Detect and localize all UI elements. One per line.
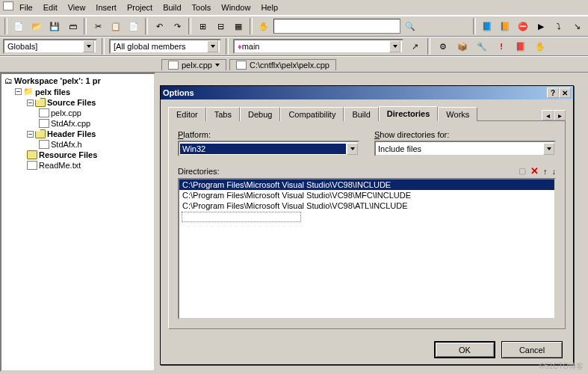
open-icon[interactable]: 📂 [28,18,45,34]
file-tab-1[interactable]: pelx.cpp [161,59,226,70]
tool1-icon[interactable]: ⚙ [435,38,451,55]
header-file[interactable]: StdAfx.h [3,139,152,150]
showdir-dropdown[interactable]: Include files [374,141,556,156]
tab-workspace[interactable]: Works [438,107,477,121]
options-tabs: Editor Tabs Debug Compatibility Build Di… [168,105,566,121]
cancel-button[interactable]: Cancel [501,341,563,358]
tab-build[interactable]: Build [344,107,378,121]
header-folder[interactable]: − Header Files [3,129,152,139]
find-input[interactable] [273,19,400,34]
hand-icon[interactable]: ✋ [532,38,548,55]
source-folder[interactable]: − Source Files [3,97,152,108]
chevron-down-icon[interactable] [347,143,358,155]
menu-window[interactable]: Window [217,1,255,13]
menu-build[interactable]: Build [158,1,185,13]
members-value: [All global members [114,42,186,51]
scope-value: Globals] [7,42,37,51]
tab-scroll-left[interactable]: ◂ [542,110,554,120]
delete-dir-icon[interactable]: ✕ [530,165,539,177]
chevron-down-icon[interactable] [543,143,554,155]
paste-icon[interactable]: 📄 [126,18,142,34]
tab-compatibility[interactable]: Compatibility [280,107,344,121]
compile-icon[interactable]: 📘 [479,18,495,34]
redo-icon[interactable]: ↷ [169,18,185,34]
workspace-icon[interactable]: ⊞ [194,18,211,34]
find-icon[interactable]: 🔍 [402,18,418,34]
platform-label: PPlatform:latform: [178,130,359,139]
tab-debug[interactable]: Debug [240,107,280,121]
workspace-tree[interactable]: 🗂 Workspace 'pelx': 1 pr − 📁 pelx files … [0,73,155,372]
copy-icon[interactable]: 📋 [108,18,124,34]
chevron-down-icon[interactable] [83,40,94,52]
save-icon[interactable]: 💾 [46,18,63,34]
collapse-icon[interactable]: − [27,99,34,106]
symbol-combo[interactable]: ♦ main [233,39,403,54]
move-up-icon[interactable]: ↑ [543,167,548,176]
dialog-titlebar[interactable]: Options ? ✕ [161,86,573,99]
move-down-icon[interactable]: ↓ [552,167,557,176]
tab-tabs[interactable]: Tabs [206,107,240,121]
tab-directories[interactable]: Directories [379,106,438,121]
tab-editor[interactable]: Editor [168,107,206,121]
tool3-icon[interactable]: 🔧 [474,38,490,55]
project-node[interactable]: − 📁 pelx files [3,86,152,97]
list-item[interactable]: C:\Program Files\Microsoft Visual Studio… [179,200,554,211]
goto-icon[interactable]: ↗ [406,38,423,55]
readme-file[interactable]: ReadMe.txt [3,160,152,171]
directories-list[interactable]: C:\Program Files\Microsoft Visual Studio… [178,178,556,319]
folder-icon [27,150,37,159]
cpp-file-icon [39,108,49,117]
menu-view[interactable]: View [64,1,90,13]
menu-bar: File Edit View Insert Project Build Tool… [0,0,588,16]
source-file[interactable]: pelx.cpp [3,108,152,118]
menu-insert[interactable]: Insert [91,1,121,13]
tab-scroll-right[interactable]: ▸ [554,110,566,120]
warning-icon[interactable]: ! [493,38,510,55]
menu-tools[interactable]: Tools [188,1,216,13]
collapse-icon[interactable]: − [15,88,22,95]
ok-button[interactable]: OK [434,341,495,358]
context-toolbar: Globals] [All global members ♦ main ↗ ⚙ … [0,37,588,56]
options-dialog: Options ? ✕ Editor Tabs Debug Compatibil… [160,85,574,365]
workspace-root[interactable]: 🗂 Workspace 'pelx': 1 pr [3,76,152,86]
main-toolbar: 📄 📂 💾 🗃 ✂ 📋 📄 ↶ ↷ ⊞ ⊟ ▦ ✋ 🔍 📘 📙 ⛔ ▶ ⤵ ↘ [0,16,588,37]
stop-build-icon[interactable]: ⛔ [515,18,531,34]
close-button[interactable]: ✕ [559,88,571,98]
step-icon[interactable]: ↘ [569,18,585,34]
chevron-down-icon[interactable] [215,64,220,67]
book-icon[interactable]: 📕 [513,38,529,55]
file-tab-2[interactable]: C:\cntflx\pelx\pelx.cpp [229,59,336,70]
cut-icon[interactable]: ✂ [90,18,106,34]
menu-file[interactable]: File [15,1,37,13]
project-icon: 📁 [23,87,34,96]
go-icon[interactable]: ⤵ [551,18,567,34]
resource-folder[interactable]: Resource Files [3,150,152,160]
source-file[interactable]: StdAfx.cpp [3,118,152,129]
menu-edit[interactable]: Edit [39,1,62,13]
menu-project[interactable]: Project [123,1,157,13]
chevron-down-icon[interactable] [389,40,400,52]
help-button[interactable]: ? [547,88,559,98]
new-file-icon[interactable]: 📄 [10,18,27,34]
file-icon [236,61,247,70]
breakpoint-icon[interactable]: ✋ [256,18,272,34]
platform-dropdown[interactable]: Win32 [178,141,359,156]
scope-combo[interactable]: Globals] [3,39,97,54]
execute-icon[interactable]: ▶ [533,18,549,34]
list-item[interactable]: C:\Program Files\Microsoft Visual Studio… [179,190,554,200]
collapse-icon[interactable]: − [27,131,34,138]
undo-icon[interactable]: ↶ [151,18,167,34]
new-entry-placeholder[interactable] [182,212,301,222]
members-combo[interactable]: [All global members [109,39,221,54]
tool2-icon[interactable]: 📦 [454,38,471,55]
build-icon[interactable]: 📙 [497,18,513,34]
list-item[interactable]: C:\Program Files\Microsoft Visual Studio… [179,180,554,190]
menu-help[interactable]: Help [256,1,282,13]
app-icon [3,1,13,10]
workspace-icon: 🗂 [4,76,13,85]
output-icon[interactable]: ⊟ [212,18,229,34]
chevron-down-icon[interactable] [207,40,218,52]
window-list-icon[interactable]: ▦ [230,18,247,34]
new-dir-icon[interactable]: ▢ [519,166,526,176]
save-all-icon[interactable]: 🗃 [64,18,81,34]
